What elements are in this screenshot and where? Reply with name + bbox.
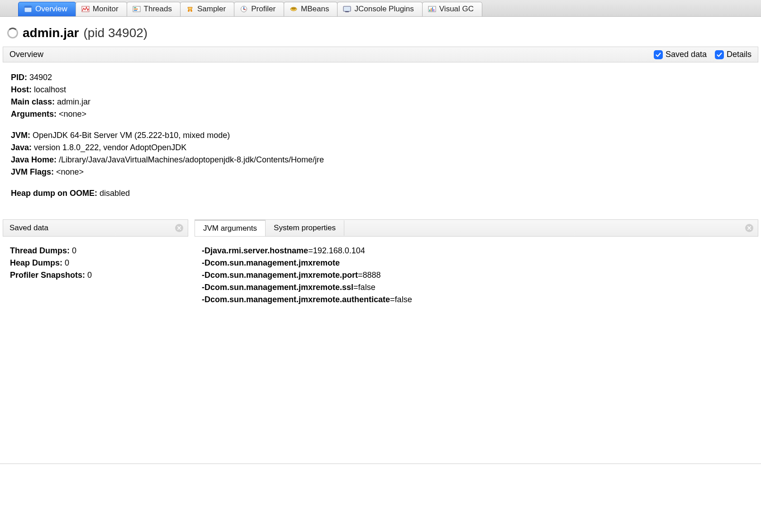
jvm-args-pane-header: JVM arguments System properties [195, 219, 758, 237]
tab-jconsole-plugins[interactable]: JConsole Plugins [337, 2, 422, 16]
host-label: Host: [11, 85, 32, 94]
saved-data-heading: Saved data [3, 220, 55, 236]
saved-data-body: Thread Dumps: 0 Heap Dumps: 0 Profiler S… [3, 237, 188, 290]
saved-data-checkbox[interactable]: Saved data [654, 50, 707, 59]
profiler-icon [240, 5, 248, 13]
jvmflags-value: <none> [56, 167, 84, 176]
svg-point-12 [291, 8, 296, 10]
tab-label: Sampler [197, 5, 226, 14]
arguments-label: Arguments: [11, 109, 57, 119]
tab-label: Visual GC [439, 5, 474, 14]
jvm-args-pane: JVM arguments System properties -Djava.r… [195, 219, 758, 314]
bottom-edge [0, 463, 761, 464]
tab-jvm-arguments[interactable]: JVM arguments [195, 220, 266, 236]
main-tabbar: Overview Monitor Threads Sampler Profile… [0, 0, 761, 17]
tab-label: MBeans [301, 5, 329, 14]
pid-label: PID: [11, 73, 27, 82]
tab-label: JConsole Plugins [354, 5, 414, 14]
overview-body: PID: 34902 Host: localhost Main class: a… [0, 62, 761, 219]
host-value: localhost [34, 85, 66, 94]
jvm-arg-row: -Dcom.sun.management.jmxremote [202, 257, 751, 269]
section-heading: Overview [10, 50, 43, 59]
profiler-snapshots-value: 0 [87, 271, 92, 280]
visualgc-icon [428, 5, 436, 13]
heap-dumps-label: Heap Dumps: [10, 258, 62, 267]
close-icon[interactable] [175, 224, 183, 232]
thread-dumps-value: 0 [72, 246, 76, 255]
loading-icon [7, 28, 18, 38]
tab-label: Monitor [93, 5, 119, 14]
svg-rect-5 [134, 9, 138, 10]
tab-overview[interactable]: Overview [18, 2, 76, 16]
pid-value: 34902 [29, 73, 52, 82]
tab-monitor[interactable]: Monitor [76, 2, 127, 16]
java-label: Java: [11, 143, 32, 152]
jvm-arg-row: -Djava.rmi.server.hostname=192.168.0.104 [202, 245, 751, 257]
svg-point-10 [243, 9, 244, 10]
checkbox-label: Details [727, 50, 751, 59]
heapdump-label: Heap dump on OOME: [11, 189, 97, 198]
jvm-arg-row: -Dcom.sun.management.jmxremote.port=8888 [202, 269, 751, 281]
jvmflags-label: JVM Flags: [11, 167, 54, 176]
java-value: version 1.8.0_222, vendor AdoptOpenJDK [34, 143, 186, 152]
jvm-label: JVM: [11, 131, 30, 140]
javahome-value: /Library/Java/JavaVirtualMachines/adopto… [59, 155, 324, 164]
jvm-arg-row: -Dcom.sun.management.jmxremote.authentic… [202, 294, 751, 306]
svg-point-8 [190, 10, 192, 12]
mainclass-value: admin.jar [57, 97, 90, 106]
svg-rect-17 [431, 8, 432, 11]
page-title: admin.jar [23, 26, 79, 40]
overview-section-header: Overview Saved data Details [3, 47, 758, 62]
threads-icon [133, 5, 141, 13]
saved-data-pane-header: Saved data [3, 219, 188, 237]
lower-panes: Saved data Thread Dumps: 0 Heap Dumps: 0… [3, 219, 758, 314]
heapdump-value: disabled [100, 189, 130, 198]
svg-point-7 [188, 10, 190, 12]
svg-rect-4 [134, 7, 136, 8]
tab-label: Overview [35, 5, 67, 14]
tab-label: Profiler [251, 5, 276, 14]
javahome-label: Java Home: [11, 155, 57, 164]
tab-label: Threads [144, 5, 172, 14]
profiler-snapshots-label: Profiler Snapshots: [10, 271, 85, 280]
overview-icon [24, 5, 32, 13]
svg-rect-19 [433, 9, 434, 11]
tab-sampler[interactable]: Sampler [180, 2, 234, 16]
arguments-value: <none> [59, 109, 86, 119]
svg-rect-16 [429, 10, 430, 11]
tab-threads[interactable]: Threads [127, 2, 181, 16]
page-title-pid: (pid 34902) [83, 26, 147, 40]
jconsole-icon [343, 5, 351, 13]
checkbox-label: Saved data [666, 50, 707, 59]
jvm-value: OpenJDK 64-Bit Server VM (25.222-b10, mi… [33, 131, 230, 140]
sampler-icon [186, 5, 194, 13]
jvm-arg-row: -Dcom.sun.management.jmxremote.ssl=false [202, 281, 751, 294]
mbeans-icon [290, 5, 298, 13]
thread-dumps-label: Thread Dumps: [10, 246, 70, 255]
checkbox-checked-icon [654, 50, 663, 59]
tab-visual-gc[interactable]: Visual GC [422, 2, 482, 16]
svg-rect-18 [432, 7, 433, 11]
jvm-args-body: -Djava.rmi.server.hostname=192.168.0.104… [195, 237, 758, 314]
saved-data-pane: Saved data Thread Dumps: 0 Heap Dumps: 0… [3, 219, 188, 314]
heap-dumps-value: 0 [65, 258, 69, 267]
close-icon[interactable] [745, 224, 753, 232]
monitor-icon [81, 5, 90, 13]
details-checkbox[interactable]: Details [715, 50, 751, 59]
svg-rect-14 [345, 11, 349, 12]
tab-mbeans[interactable]: MBeans [284, 2, 338, 16]
mainclass-label: Main class: [11, 97, 55, 106]
svg-rect-1 [24, 6, 32, 8]
svg-rect-6 [134, 10, 137, 11]
tab-profiler[interactable]: Profiler [234, 2, 284, 16]
svg-rect-13 [343, 6, 351, 11]
checkbox-checked-icon [715, 50, 724, 59]
tab-system-properties[interactable]: System properties [266, 220, 344, 236]
page-title-row: admin.jar (pid 34902) [0, 17, 761, 47]
